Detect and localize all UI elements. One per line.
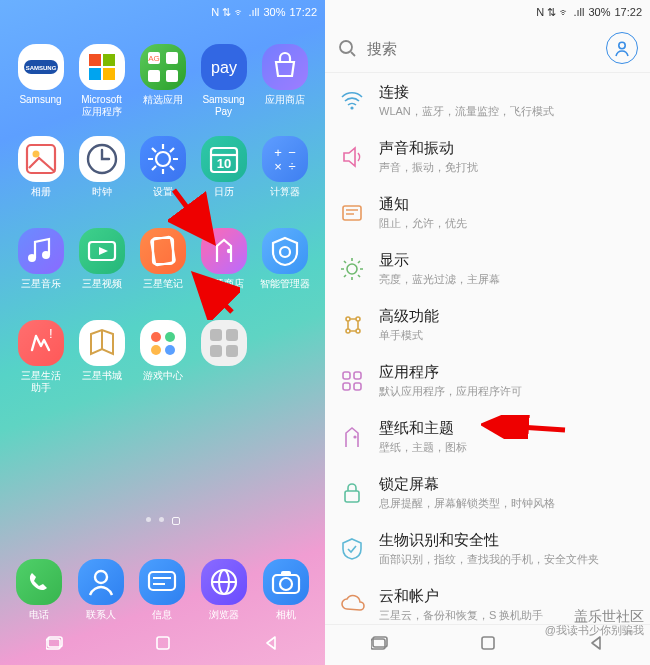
svg-rect-62 — [345, 491, 359, 502]
svg-point-52 — [347, 264, 357, 274]
app-8[interactable]: 10日历 — [194, 136, 254, 198]
nav-recents-icon[interactable] — [46, 634, 64, 656]
settings-row-0[interactable]: 连接WLAN，蓝牙，流量监控，飞行模式 — [325, 73, 650, 129]
svg-rect-58 — [354, 372, 361, 379]
svg-rect-44 — [281, 571, 291, 576]
svg-text:AG: AG — [148, 54, 160, 63]
settings-row-icon — [335, 310, 369, 340]
app-label: 信息 — [152, 609, 172, 621]
search-input[interactable] — [365, 39, 606, 58]
app-icon — [79, 44, 125, 90]
dock-app-0[interactable]: 电话 — [9, 559, 69, 621]
dock-app-4[interactable]: 相机 — [256, 559, 316, 621]
app-5[interactable]: 相册 — [11, 136, 71, 198]
app-label: 智能管理器 — [260, 278, 310, 290]
settings-row-icon — [335, 86, 369, 116]
svg-point-54 — [356, 317, 360, 321]
app-3[interactable]: paySamsung Pay — [194, 44, 254, 118]
svg-point-15 — [156, 152, 170, 166]
settings-row-1[interactable]: 声音和振动声音，振动，免打扰 — [325, 129, 650, 185]
settings-row-sub: 阻止，允许，优先 — [379, 216, 634, 231]
status-icons: N ⇅ ᯤ .ıll — [536, 6, 584, 19]
settings-row-title: 生物识别和安全性 — [379, 531, 634, 550]
nav-recents-icon[interactable] — [371, 634, 389, 656]
settings-row-2[interactable]: 通知阻止，允许，优先 — [325, 185, 650, 241]
search-icon[interactable] — [337, 38, 357, 58]
settings-row-3[interactable]: 显示亮度，蓝光过滤，主屏幕 — [325, 241, 650, 297]
app-icon: +−×÷ — [262, 136, 308, 182]
dock-app-1[interactable]: 联系人 — [71, 559, 131, 621]
app-9[interactable]: +−×÷计算器 — [255, 136, 315, 198]
settings-row-title: 锁定屏幕 — [379, 475, 634, 494]
svg-rect-51 — [343, 206, 361, 220]
app-icon — [79, 228, 125, 274]
svg-rect-8 — [148, 70, 160, 82]
settings-row-sub: 面部识别，指纹，查找我的手机，安全文件夹 — [379, 552, 634, 567]
settings-row-6[interactable]: 壁纸和主题壁纸，主题，图标 — [325, 409, 650, 465]
app-4[interactable]: 应用商店 — [255, 44, 315, 106]
nav-home-icon[interactable] — [480, 635, 496, 655]
app-15[interactable]: !三星生活 助手 — [11, 320, 71, 394]
settings-row-sub: 默认应用程序，应用程序许可 — [379, 384, 634, 399]
app-6[interactable]: 时钟 — [72, 136, 132, 198]
svg-text:10: 10 — [216, 156, 230, 171]
account-avatar-icon[interactable] — [606, 32, 638, 64]
settings-row-5[interactable]: 应用程序默认应用程序，应用程序许可 — [325, 353, 650, 409]
nav-home-icon[interactable] — [155, 635, 171, 655]
settings-row-icon — [335, 478, 369, 508]
nav-back-icon[interactable] — [263, 635, 279, 655]
app-label: 浏览器 — [209, 609, 239, 621]
app-label: Microsoft 应用程序 — [81, 94, 122, 118]
settings-row-sub: 壁纸，主题，图标 — [379, 440, 634, 455]
status-bar: N ⇅ ᯤ .ıll 30% 17:22 — [0, 0, 325, 24]
settings-row-7[interactable]: 锁定屏幕息屏提醒，屏幕解锁类型，时钟风格 — [325, 465, 650, 521]
app-0[interactable]: SAMSUNGSamsung — [11, 44, 71, 106]
svg-point-22 — [28, 254, 36, 262]
app-icon — [18, 136, 64, 182]
app-17[interactable]: 游戏中心 — [133, 320, 193, 382]
svg-rect-47 — [157, 637, 169, 649]
app-7[interactable]: 设置 — [133, 136, 193, 198]
app-16[interactable]: 三星书城 — [72, 320, 132, 382]
svg-rect-26 — [150, 236, 174, 265]
app-13[interactable]: 主题商店 — [194, 228, 254, 290]
nav-back-icon[interactable] — [588, 635, 604, 655]
app-label: 相机 — [276, 609, 296, 621]
settings-row-8[interactable]: 生物识别和安全性面部识别，指纹，查找我的手机，安全文件夹 — [325, 521, 650, 577]
svg-rect-35 — [226, 329, 238, 341]
app-label: Samsung — [19, 94, 61, 106]
svg-text:+: + — [274, 145, 282, 160]
app-label: 三星音乐 — [21, 278, 61, 290]
app-icon — [140, 228, 186, 274]
app-label: 电话 — [29, 609, 49, 621]
app-2[interactable]: AG精选应用 — [133, 44, 193, 106]
app-14[interactable]: 智能管理器 — [255, 228, 315, 290]
settings-row-4[interactable]: 高级功能单手模式 — [325, 297, 650, 353]
settings-list: 连接WLAN，蓝牙，流量监控，飞行模式声音和振动声音，振动，免打扰通知阻止，允许… — [325, 73, 650, 625]
app-grid: SAMSUNGSamsungMicrosoft 应用程序AG精选应用paySam… — [0, 44, 325, 412]
app-10[interactable]: 三星音乐 — [11, 228, 71, 290]
nav-bar — [0, 625, 325, 665]
svg-point-31 — [165, 332, 175, 342]
status-battery: 30% — [588, 6, 610, 18]
svg-rect-9 — [166, 70, 178, 82]
dock-app-2[interactable]: 信息 — [132, 559, 192, 621]
svg-point-55 — [346, 329, 350, 333]
svg-text:SAMSUNG: SAMSUNG — [25, 65, 56, 71]
svg-rect-36 — [210, 345, 222, 357]
svg-rect-57 — [343, 372, 350, 379]
svg-text:−: − — [288, 145, 296, 160]
app-icon — [201, 228, 247, 274]
dock-app-3[interactable]: 浏览器 — [194, 559, 254, 621]
svg-rect-39 — [149, 572, 175, 590]
status-battery: 30% — [263, 6, 285, 18]
app-12[interactable]: 三星笔记 — [133, 228, 193, 290]
settings-row-sub: 声音，振动，免打扰 — [379, 160, 634, 175]
app-label: 相册 — [31, 186, 51, 198]
settings-row-sub: 亮度，蓝光过滤，主屏幕 — [379, 272, 634, 287]
app-1[interactable]: Microsoft 应用程序 — [72, 44, 132, 118]
svg-rect-2 — [89, 54, 101, 66]
app-11[interactable]: 三星视频 — [72, 228, 132, 290]
app-label: 设置 — [153, 186, 173, 198]
app-18[interactable] — [194, 320, 254, 370]
